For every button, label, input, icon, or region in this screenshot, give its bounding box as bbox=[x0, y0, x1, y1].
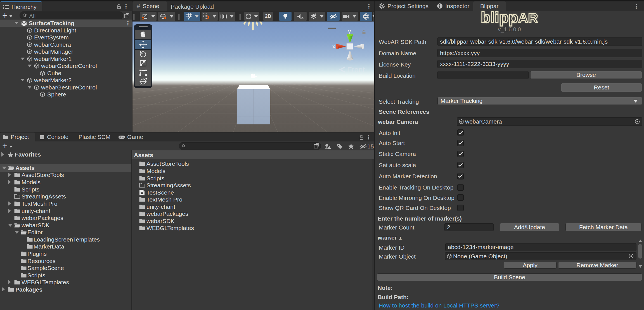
svg-text:y: y bbox=[348, 28, 351, 34]
svg-text:x: x bbox=[332, 43, 335, 49]
svg-text:Y: Y bbox=[188, 17, 190, 20]
